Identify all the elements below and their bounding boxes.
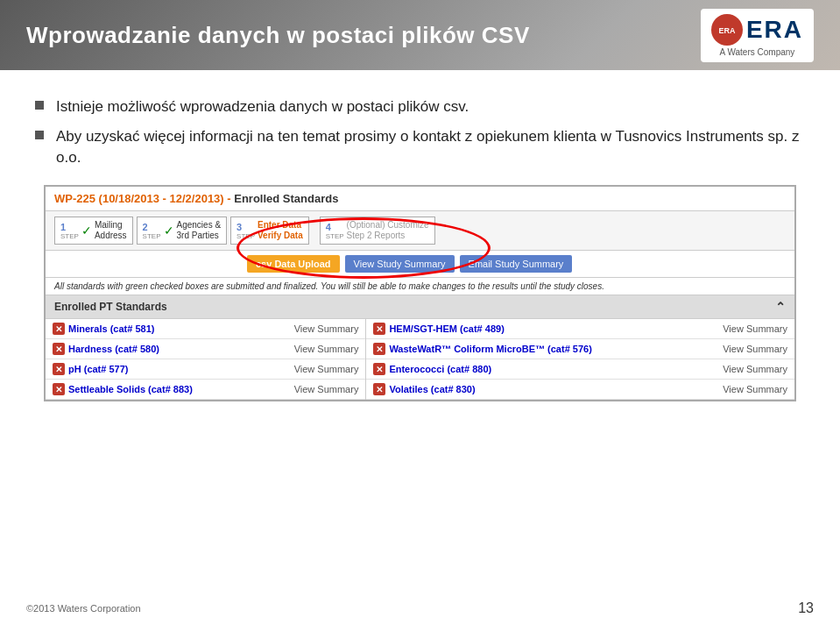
step-1-text: MailingAddress: [95, 220, 127, 241]
std-icon-cell-3b: ✕Enterococci (cat# 880): [366, 359, 687, 380]
std-icon-cell-4: ✕Settleable Solids (cat# 883): [46, 380, 258, 400]
slide-title: Wprowadzanie danych w postaci plików CSV: [26, 22, 530, 49]
steps-row: 1 STEP ✓ MailingAddress 2 STEP ✓ Agencie…: [46, 211, 794, 251]
svg-text:ERA: ERA: [718, 26, 736, 35]
bullet-item-1: Istnieje możliwość wprowadzenia danych w…: [35, 96, 805, 117]
std-icon-cell-2b: ✕WasteWatR™ Coliform MicroBE™ (cat# 576): [366, 339, 687, 359]
bullet-square-icon-2: [35, 131, 44, 139]
step-4-box: 4 STEP (Optional) CustomizeStep 2 Report…: [320, 217, 435, 245]
view-summary-cell-2b: View Summary: [687, 339, 794, 359]
view-summary-link-2b[interactable]: View Summary: [723, 344, 787, 354]
view-summary-cell-3b: View Summary: [687, 359, 794, 380]
main-content: Istnieje możliwość wprowadzenia danych w…: [0, 70, 840, 410]
copyright-text: ©2013 Waters Corporation: [26, 603, 141, 614]
enrolled-header-label: Enrolled PT Standards: [54, 301, 167, 313]
view-summary-cell-1b: View Summary: [687, 319, 794, 339]
enrolled-pt-standards-header: Enrolled PT Standards ⌃: [46, 295, 794, 319]
table-row: ✕pH (cat# 577) View Summary ✕Enterococci…: [46, 359, 794, 380]
std-name-1[interactable]: Minerals (cat# 581): [68, 323, 154, 334]
view-summary-link-1b[interactable]: View Summary: [723, 323, 787, 334]
view-summary-cell-4: View Summary: [258, 380, 366, 400]
slide-footer: ©2013 Waters Corporation 13: [0, 600, 840, 616]
step-2-check: ✓: [164, 224, 174, 238]
std-name-2[interactable]: Hardness (cat# 580): [68, 344, 159, 354]
email-study-summary-button[interactable]: Email Study Summary: [460, 255, 573, 273]
note-row: All standards with green checked boxes a…: [46, 278, 794, 295]
std-icon-cell-3: ✕pH (cat# 577): [46, 359, 258, 380]
csv-buttons-row: csv Data Upload View Study Summary Email…: [46, 251, 794, 278]
view-summary-link-2[interactable]: View Summary: [294, 344, 359, 354]
standards-table: ✕Minerals (cat# 581) View Summary ✕HEM/S…: [46, 319, 794, 400]
view-summary-cell-2: View Summary: [258, 339, 366, 359]
std-name-3b[interactable]: Enterococci (cat# 880): [389, 364, 491, 374]
bullet-text-2: Aby uzyskać więcej informacji na ten tem…: [56, 126, 805, 168]
collapse-icon: ⌃: [775, 300, 786, 314]
step-3-box: 3 STEP Enter DataVerify Data: [230, 217, 309, 245]
era-circle-icon: ERA: [711, 14, 743, 46]
step-1-box: 1 STEP ✓ MailingAddress: [54, 217, 133, 245]
step-3-text: Enter DataVerify Data: [258, 220, 303, 241]
csv-upload-button[interactable]: csv Data Upload: [247, 255, 340, 273]
era-brand-name: ERA: [746, 16, 803, 44]
era-tagline: A Waters Company: [720, 47, 795, 57]
wp-header: WP-225 (10/18/2013 - 12/2/2013) - Enroll…: [46, 187, 794, 211]
table-row: ✕Settleable Solids (cat# 883) View Summa…: [46, 380, 794, 400]
std-name-4b[interactable]: Volatiles (cat# 830): [389, 384, 475, 394]
std-icon-cell-1b: ✕HEM/SGT-HEM (cat# 489): [366, 319, 687, 339]
bullet-text-1: Istnieje możliwość wprowadzenia danych w…: [56, 96, 469, 117]
screenshot-area: WP-225 (10/18/2013 - 12/2/2013) - Enroll…: [44, 185, 796, 401]
view-study-summary-button[interactable]: View Study Summary: [345, 255, 455, 273]
step-2-box: 2 STEP ✓ Agencies &3rd Parties: [137, 217, 228, 245]
std-name-2b[interactable]: WasteWatR™ Coliform MicroBE™ (cat# 576): [389, 344, 591, 354]
std-icon-cell-1: ✕Minerals (cat# 581): [46, 319, 258, 339]
bullet-section: Istnieje możliwość wprowadzenia danych w…: [35, 96, 805, 167]
std-icon-cell-2: ✕Hardness (cat# 580): [46, 339, 258, 359]
view-summary-link-4b[interactable]: View Summary: [723, 384, 787, 394]
wp-title-enrolled: Enrolled Standards: [234, 192, 338, 205]
slide-header: Wprowadzanie danych w postaci plików CSV…: [0, 0, 840, 70]
step-2-text: Agencies &3rd Parties: [177, 220, 222, 241]
std-name-4[interactable]: Settleable Solids (cat# 883): [68, 384, 193, 394]
step-1-check: ✓: [81, 224, 92, 238]
view-summary-cell-1: View Summary: [258, 319, 366, 339]
view-summary-link-3[interactable]: View Summary: [294, 364, 359, 374]
std-name-3[interactable]: pH (cat# 577): [68, 364, 128, 374]
wp-title-orange: WP-225 (10/18/2013 - 12/2/2013) -: [54, 192, 234, 205]
bullet-item-2: Aby uzyskać więcej informacji na ten tem…: [35, 126, 805, 168]
std-name-1b[interactable]: HEM/SGT-HEM (cat# 489): [389, 323, 504, 334]
view-summary-cell-3: View Summary: [258, 359, 366, 380]
buttons-container: csv Data Upload View Study Summary Email…: [46, 251, 794, 278]
note-text: All standards with green checked boxes a…: [54, 281, 604, 291]
view-summary-link-1[interactable]: View Summary: [294, 323, 359, 334]
step-4-text: (Optional) CustomizeStep 2 Reports: [347, 220, 429, 241]
bullet-square-icon: [35, 101, 44, 110]
view-summary-link-4[interactable]: View Summary: [294, 384, 359, 394]
table-row: ✕Minerals (cat# 581) View Summary ✕HEM/S…: [46, 319, 794, 339]
view-summary-link-3b[interactable]: View Summary: [723, 364, 787, 374]
page-number: 13: [798, 600, 814, 616]
view-summary-cell-4b: View Summary: [687, 380, 794, 400]
std-icon-cell-4b: ✕Volatiles (cat# 830): [366, 380, 687, 400]
era-logo: ERA ERA A Waters Company: [701, 9, 814, 62]
table-row: ✕Hardness (cat# 580) View Summary ✕Waste…: [46, 339, 794, 359]
